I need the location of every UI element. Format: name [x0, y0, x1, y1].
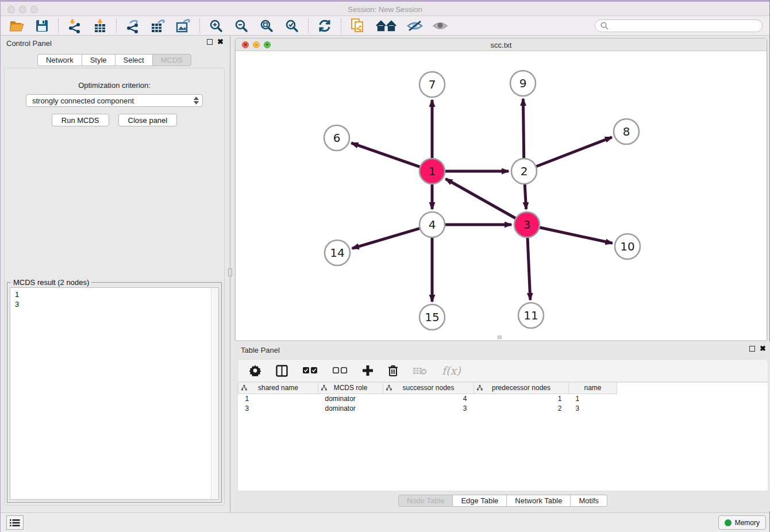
svg-text:8: 8	[623, 125, 630, 138]
optimization-criterion-label: Optimization criterion:	[5, 81, 224, 90]
zoom-fit-icon[interactable]	[259, 18, 275, 34]
main-toolbar	[1, 16, 769, 36]
import-table-icon[interactable]	[92, 18, 108, 34]
network-window-title: scc.txt	[236, 41, 767, 49]
edge-1-6[interactable]	[352, 143, 421, 167]
graph-node-11[interactable]: 11	[518, 303, 544, 328]
table-row[interactable]: 3dominator323	[238, 403, 617, 413]
search-icon	[600, 21, 609, 30]
zoom-in-icon[interactable]	[208, 18, 224, 34]
divider-grip-handle[interactable]	[228, 268, 232, 276]
mcds-result-text: 1 3	[10, 288, 210, 499]
deselect-all-checkboxes-icon[interactable]	[333, 364, 348, 377]
tab-edge-table[interactable]: Edge Table	[453, 495, 507, 507]
tab-node-table[interactable]: Node Table	[398, 495, 453, 507]
tab-motifs[interactable]: Motifs	[571, 495, 607, 507]
float-panel-icon[interactable]	[207, 39, 213, 45]
tab-style[interactable]: Style	[82, 54, 116, 66]
tab-select[interactable]: Select	[116, 54, 153, 66]
hide-selected-icon[interactable]	[407, 18, 423, 34]
control-panel-tabs: NetworkStyleSelectMCDS	[1, 54, 228, 66]
edge-3-11[interactable]	[528, 237, 530, 300]
function-builder-icon[interactable]: f(x)	[442, 364, 461, 377]
close-table-panel-icon[interactable]: ✖	[760, 346, 766, 352]
show-all-icon[interactable]	[432, 18, 448, 34]
zoom-selected-icon[interactable]	[284, 18, 300, 34]
run-mcds-button[interactable]: Run MCDS	[52, 114, 109, 126]
table-panel-tabs: Node TableEdge TableNetwork TableMotifs	[235, 495, 770, 507]
table-panel: Table Panel ✖	[235, 342, 770, 511]
edge-3-1[interactable]	[446, 179, 516, 218]
column-header-predecessor-nodes[interactable]: predecessor nodes	[474, 383, 569, 394]
task-history-button[interactable]	[6, 515, 24, 530]
edge-3-10[interactable]	[540, 228, 613, 244]
edge-4-14[interactable]	[352, 228, 420, 248]
float-table-panel-icon[interactable]	[749, 346, 755, 352]
select-all-checkboxes-icon[interactable]	[303, 364, 318, 377]
home-icon[interactable]	[375, 18, 398, 34]
table-panel-title: Table Panel	[241, 346, 280, 354]
edge-2-3[interactable]	[525, 184, 526, 209]
column-header-successor-nodes[interactable]: successor nodes	[383, 383, 474, 394]
graph-node-14[interactable]: 14	[325, 240, 350, 265]
criterion-dropdown[interactable]: strongly connected component	[26, 94, 203, 107]
panel-divider[interactable]	[228, 36, 232, 512]
memory-button[interactable]: Memory	[718, 515, 766, 530]
table-row[interactable]: 1dominator411	[238, 394, 617, 403]
memory-status-icon	[725, 519, 732, 526]
search-input[interactable]	[609, 22, 762, 30]
close-panel-icon[interactable]: ✖	[217, 39, 224, 45]
edge-2-9[interactable]	[523, 99, 523, 159]
network-view-window: ✕ – + scc.txt 7968124314101511	[235, 38, 767, 340]
tab-network-table[interactable]: Network Table	[507, 495, 571, 507]
zoom-out-icon[interactable]	[233, 18, 249, 34]
network-window-titlebar[interactable]: ✕ – + scc.txt	[236, 38, 767, 51]
memory-label: Memory	[735, 519, 760, 527]
column-header-shared-name[interactable]: shared name	[238, 383, 318, 394]
column-header-MCDS-role[interactable]: MCDS role	[318, 383, 383, 394]
svg-text:6: 6	[333, 131, 341, 145]
settings-gear-icon[interactable]	[249, 364, 261, 377]
open-session-icon[interactable]	[9, 18, 25, 34]
close-panel-button[interactable]: Close panel	[118, 114, 178, 126]
network-graph-canvas[interactable]: 7968124314101511	[236, 51, 767, 340]
graph-node-9[interactable]: 9	[510, 71, 536, 96]
tab-network[interactable]: Network	[37, 54, 82, 66]
export-table-icon[interactable]	[150, 18, 166, 34]
refresh-icon[interactable]	[317, 18, 333, 34]
graph-node-6[interactable]: 6	[324, 125, 349, 151]
graph-node-4[interactable]: 4	[419, 212, 445, 237]
import-network-icon[interactable]	[67, 18, 83, 34]
app-title: Session: New Session	[1, 5, 769, 14]
list-icon	[10, 519, 20, 527]
edge-2-8[interactable]	[536, 137, 612, 167]
graph-node-3[interactable]: 3	[514, 212, 540, 237]
graph-node-15[interactable]: 15	[419, 304, 445, 330]
delete-column-icon[interactable]	[388, 364, 398, 377]
application-window: Session: New Session	[0, 0, 770, 532]
node-table: shared nameMCDS rolesuccessor nodesprede…	[237, 382, 768, 491]
svg-text:11: 11	[523, 309, 538, 322]
save-session-icon[interactable]	[34, 18, 50, 34]
criterion-dropdown-value: strongly connected component	[32, 97, 134, 105]
search-field[interactable]	[595, 20, 763, 32]
export-network-icon[interactable]	[125, 18, 141, 34]
column-header-name[interactable]: name	[569, 383, 617, 394]
tab-mcds[interactable]: MCDS	[153, 54, 191, 66]
mcds-panel: Optimization criterion: strongly connect…	[4, 68, 225, 506]
window-resize-grip[interactable]	[498, 336, 502, 339]
graph-node-2[interactable]: 2	[511, 159, 537, 184]
graph-node-7[interactable]: 7	[419, 72, 445, 97]
control-panel-title: Control Panel	[6, 39, 52, 48]
svg-text:7: 7	[429, 78, 436, 91]
graph-node-8[interactable]: 8	[614, 119, 639, 144]
graph-node-10[interactable]: 10	[615, 234, 640, 259]
result-scrollbar[interactable]	[211, 288, 218, 499]
add-column-icon[interactable]	[363, 364, 373, 377]
delete-table-icon[interactable]	[413, 364, 427, 377]
show-column-icon[interactable]	[276, 364, 288, 377]
svg-text:15: 15	[425, 310, 439, 324]
network-from-clipboard-icon[interactable]	[349, 18, 365, 34]
export-image-icon[interactable]	[175, 18, 191, 34]
graph-node-1[interactable]: 1	[419, 159, 445, 184]
